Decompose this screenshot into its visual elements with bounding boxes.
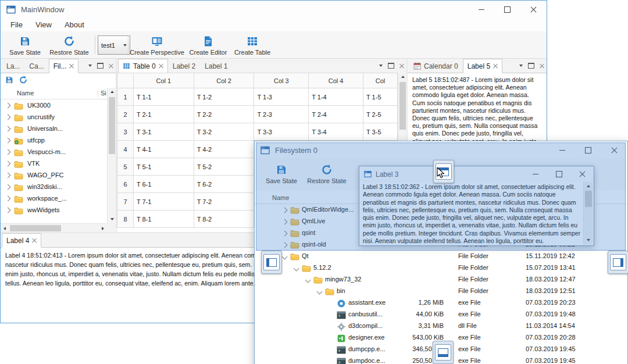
table-cell[interactable]: T 2-2 xyxy=(194,106,254,123)
dock-indicator-right[interactable] xyxy=(608,251,628,274)
row-header[interactable]: 7 xyxy=(117,193,134,210)
table-cell[interactable]: T 5-1 xyxy=(133,158,194,176)
tree-item[interactable]: Universaln... xyxy=(1,123,107,134)
expand-chevron-icon[interactable] xyxy=(5,137,11,143)
expand-chevron-icon[interactable] xyxy=(5,126,11,131)
dock-indicator-left[interactable] xyxy=(261,251,282,274)
table-cell[interactable]: T 3-5 xyxy=(363,123,398,141)
scroll-left-button[interactable] xyxy=(1,224,9,232)
tab-label-5[interactable]: Label 5 xyxy=(463,59,502,73)
expand-chevron-icon[interactable] xyxy=(5,114,11,120)
tab-close-icon[interactable] xyxy=(69,64,74,69)
vertical-scrollbar[interactable] xyxy=(107,88,116,223)
expand-chevron-icon[interactable] xyxy=(5,102,11,108)
tab-menu-button[interactable] xyxy=(88,65,92,67)
dock-indicator-bottom[interactable] xyxy=(433,341,454,364)
close-dock-button[interactable] xyxy=(540,63,544,68)
tab-labels[interactable]: La... xyxy=(2,59,24,73)
table-cell[interactable]: T 5-2 xyxy=(194,158,254,176)
expand-chevron-icon[interactable] xyxy=(305,277,311,283)
row-header[interactable]: 1 xyxy=(117,88,134,106)
table-cell[interactable]: T 1-3 xyxy=(254,88,309,106)
scroll-up-button[interactable] xyxy=(398,73,406,81)
menu-about[interactable]: About xyxy=(58,18,91,31)
tab-label-4[interactable]: Label 4 xyxy=(2,233,41,248)
tab-menu-button[interactable] xyxy=(519,65,523,67)
table-cell[interactable]: T 3-4 xyxy=(309,123,363,141)
table-cell[interactable]: T 8-2 xyxy=(194,210,254,228)
expand-chevron-icon[interactable] xyxy=(5,172,11,178)
tree-item[interactable]: uncrustify xyxy=(1,111,107,123)
table-cell[interactable]: T 2-4 xyxy=(309,106,363,123)
expand-chevron-icon[interactable] xyxy=(317,289,323,295)
save-state-button[interactable]: Save State xyxy=(6,33,44,56)
scrollbar-thumb[interactable] xyxy=(109,97,115,154)
tree-item[interactable]: mingw73_32File Folder18.03.2019 12:47 xyxy=(255,274,627,286)
scrollbar-thumb[interactable] xyxy=(10,225,61,231)
expand-chevron-icon[interactable] xyxy=(5,195,11,201)
table-cell[interactable]: T 1-5 xyxy=(363,88,398,106)
table-cell[interactable]: T 1-2 xyxy=(194,88,254,106)
tree-item[interactable]: canbusutil...44,00 KiBexe File07.03.2019… xyxy=(255,309,627,320)
expand-chevron-icon[interactable] xyxy=(5,207,11,213)
create-editor-button[interactable]: Create Editor xyxy=(187,33,230,56)
tab-table-0[interactable]: Table 0 xyxy=(118,59,168,73)
tree-item[interactable]: binFile Folder18.03.2019 12:51 xyxy=(255,286,627,297)
table-cell[interactable]: T 2-5 xyxy=(363,106,398,123)
scrollbar-thumb[interactable] xyxy=(399,82,406,130)
minimize-button[interactable] xyxy=(468,1,494,18)
table-cell[interactable]: T 3-3 xyxy=(254,123,309,141)
close-dock-button[interactable] xyxy=(109,63,113,68)
tree-item[interactable]: wwWidgets xyxy=(1,204,107,216)
table-column-header[interactable]: Col xyxy=(363,73,398,88)
float-dock-button[interactable] xyxy=(97,63,104,69)
scroll-right-button[interactable] xyxy=(99,224,107,232)
menu-file[interactable]: File xyxy=(4,18,29,31)
table-cell[interactable]: T 2-1 xyxy=(133,106,194,123)
table-cell[interactable]: T 4-1 xyxy=(133,141,194,158)
main-titlebar[interactable]: MainWindow xyxy=(1,1,547,18)
row-header[interactable]: 4 xyxy=(117,141,134,158)
tab-filesystem[interactable]: Fil... xyxy=(49,59,79,73)
tab-calendar-0[interactable]: Calendar 0 xyxy=(409,59,463,73)
table-column-header[interactable]: Col 4 xyxy=(309,73,363,88)
close-button[interactable] xyxy=(520,1,547,18)
create-perspective-button[interactable]: Create Perspective xyxy=(131,33,183,56)
maximize-button[interactable] xyxy=(494,1,520,18)
table-cell[interactable]: T 7-1 xyxy=(133,193,194,210)
name-column-header[interactable]: Name xyxy=(17,90,34,97)
restore-icon[interactable] xyxy=(19,76,28,84)
tree-item[interactable]: workspace_... xyxy=(1,192,107,204)
tree-item[interactable]: utfcpp xyxy=(1,134,107,146)
table-cell[interactable]: T 8-1 xyxy=(133,210,194,228)
table-cell[interactable]: T 1-4 xyxy=(309,88,363,106)
table-cell[interactable]: T 6-2 xyxy=(194,176,254,193)
expand-chevron-icon[interactable] xyxy=(294,266,299,272)
perspective-combobox[interactable]: test1 xyxy=(98,35,130,55)
table-cell[interactable]: T 3-1 xyxy=(133,123,194,141)
float-dock-button[interactable] xyxy=(528,63,534,69)
tree-item[interactable]: VTK xyxy=(1,158,107,169)
tree-item[interactable]: WAGO_PFC xyxy=(1,169,107,181)
expand-chevron-icon[interactable] xyxy=(5,160,11,166)
save-icon[interactable] xyxy=(5,76,14,84)
expand-chevron-icon[interactable] xyxy=(5,184,11,190)
tab-close-icon[interactable] xyxy=(159,64,163,69)
table-column-header[interactable]: Col 2 xyxy=(194,73,254,88)
row-header[interactable]: 2 xyxy=(117,106,134,123)
tree-item[interactable]: assistant.exe1,26 MiBexe File07.03.2019 … xyxy=(255,297,627,309)
row-header[interactable]: 5 xyxy=(117,158,134,176)
table-column-header[interactable]: Col 3 xyxy=(254,73,309,88)
row-header[interactable]: 8 xyxy=(117,210,134,228)
close-dock-button[interactable] xyxy=(399,63,404,68)
table-cell[interactable]: T 4-2 xyxy=(194,141,254,158)
row-header[interactable]: 6 xyxy=(117,176,134,193)
tab-label-2[interactable]: Label 2 xyxy=(168,59,200,73)
tree-item[interactable]: QtFile Folder15.11.2019 12:42 xyxy=(255,251,627,262)
tree-item[interactable]: 5.12.2File Folder15.07.2019 13:41 xyxy=(255,262,627,274)
scroll-up-button[interactable] xyxy=(108,88,116,96)
table-cell[interactable]: T 2-3 xyxy=(254,106,309,123)
table-cell[interactable]: T 3-2 xyxy=(194,123,254,141)
float-dock-button[interactable] xyxy=(388,63,394,69)
horizontal-scrollbar[interactable] xyxy=(1,223,107,232)
